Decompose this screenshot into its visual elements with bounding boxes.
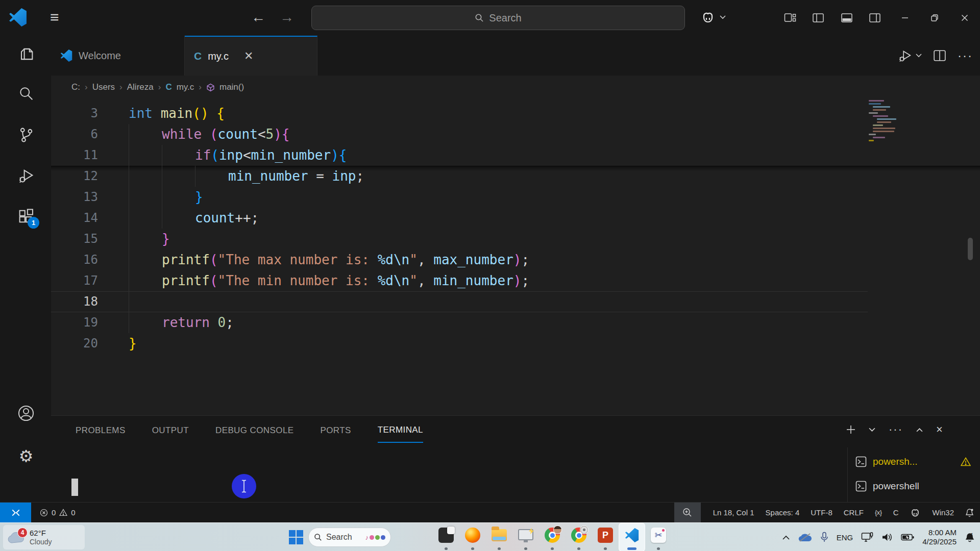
panel-tab-terminal[interactable]: TERMINAL	[378, 417, 423, 443]
code-line-19[interactable]: 19return 0;	[51, 312, 868, 333]
taskbar-app-setup-installer[interactable]	[512, 523, 539, 551]
more-actions-icon[interactable]: ···	[889, 425, 903, 434]
run-debug-icon[interactable]	[17, 166, 35, 185]
zoom-in-icon[interactable]	[674, 503, 701, 522]
menu-icon[interactable]: ≡	[50, 8, 59, 27]
source-control-icon[interactable]	[17, 126, 35, 144]
speaker-icon[interactable]	[881, 532, 893, 542]
taskbar-app-chrome-profile[interactable]	[539, 523, 566, 551]
editor-scrollbar[interactable]	[968, 238, 973, 260]
taskbar-app-snipping-tool[interactable]: ✂	[645, 523, 672, 551]
panel-tab-problems[interactable]: PROBLEMS	[76, 418, 126, 442]
run-or-debug-button[interactable]	[897, 48, 922, 63]
breadcrumb-item[interactable]: Alireza	[127, 82, 154, 92]
remote-indicator[interactable]	[0, 503, 31, 522]
launch-profile-chevron-icon[interactable]	[869, 428, 875, 432]
running-indicator	[445, 547, 448, 550]
copilot-icon[interactable]	[910, 508, 921, 517]
network-display-icon[interactable]	[861, 532, 873, 542]
toggle-primary-sidebar-icon[interactable]	[812, 12, 824, 24]
account-icon[interactable]	[17, 404, 35, 422]
cloud-icon: 4	[7, 531, 26, 544]
settings-gear-icon[interactable]: ⚙	[17, 447, 35, 465]
onedrive-icon[interactable]	[798, 532, 812, 542]
code-line-3[interactable]: 3int main() {	[51, 103, 868, 124]
taskbar-app-chrome-media[interactable]	[566, 523, 592, 551]
bell-icon[interactable]	[965, 508, 974, 517]
microphone-icon[interactable]	[820, 532, 828, 543]
restore-icon[interactable]	[924, 8, 945, 28]
tab-label: Welcome	[79, 50, 121, 62]
cursor-position[interactable]: Ln 18, Col 1	[713, 508, 754, 517]
code-line-12[interactable]: 12min_number = inp;	[51, 166, 868, 187]
encoding[interactable]: UTF-8	[811, 508, 832, 517]
new-terminal-icon[interactable]	[846, 425, 855, 434]
command-center-search[interactable]: Search	[311, 6, 685, 30]
breadcrumb-item[interactable]: my.c	[177, 82, 194, 92]
terminal-list-item[interactable]: powershell	[855, 474, 978, 498]
copilot-button[interactable]	[700, 11, 726, 23]
extensions-icon[interactable]: 1	[17, 207, 35, 226]
battery-icon[interactable]	[901, 533, 914, 541]
weather-widget[interactable]: 4 62°F Cloudy	[3, 525, 85, 549]
panel-tab-output[interactable]: OUTPUT	[152, 418, 189, 442]
taskbar-app-vscode[interactable]	[619, 523, 645, 551]
close-tab-icon[interactable]: ✕	[244, 49, 253, 63]
taskbar-app-powerpoint[interactable]: P	[592, 523, 619, 551]
code-line-11[interactable]: 11if(inp<min_number){	[51, 145, 868, 166]
bell-sleep-icon[interactable]: z	[965, 532, 975, 542]
code-lines[interactable]: 3int main() {6while (count<5){11if(inp<m…	[51, 103, 868, 354]
problems-status[interactable]: 0 0	[40, 503, 76, 522]
code-line-6[interactable]: 6while (count<5){	[51, 124, 868, 145]
os-indicator[interactable]: Win32	[932, 508, 954, 517]
minimap[interactable]	[869, 100, 950, 166]
language-status-icon[interactable]: {x}	[875, 509, 882, 516]
taskbar-app-task-view[interactable]	[433, 523, 459, 551]
breadcrumb-item[interactable]: main()	[219, 82, 244, 92]
input-language[interactable]: ENG	[837, 533, 853, 542]
maximize-panel-icon[interactable]	[916, 428, 923, 432]
line-number: 15	[51, 229, 98, 249]
breadcrumb-item[interactable]: C:	[71, 82, 80, 92]
line-number: 11	[51, 145, 98, 166]
clock[interactable]: 8:00 AM 4/29/2025	[922, 528, 957, 546]
code-line-15[interactable]: 15}	[51, 229, 868, 249]
close-icon[interactable]	[954, 8, 975, 28]
taskbar-search[interactable]: Search ♪	[308, 528, 391, 547]
minimize-icon[interactable]	[895, 8, 915, 28]
taskbar-app-file-explorer[interactable]	[486, 523, 512, 551]
code-line-20[interactable]: 20}	[51, 333, 868, 354]
explorer-icon[interactable]	[17, 45, 35, 63]
indentation[interactable]: Spaces: 4	[766, 508, 800, 517]
close-panel-icon[interactable]: ×	[936, 425, 943, 434]
arrow-left-icon[interactable]: ←	[251, 8, 265, 27]
breadcrumb[interactable]: C:› Users› Alireza› C my.c› main()	[71, 81, 244, 94]
arrow-right-icon[interactable]: →	[280, 8, 294, 27]
language-mode[interactable]: C	[893, 508, 899, 517]
code-line-17[interactable]: 17printf("The min number is: %d\n", min_…	[51, 270, 868, 291]
code-line-13[interactable]: 13}	[51, 187, 868, 208]
code-line-16[interactable]: 16printf("The max number is: %d\n", max_…	[51, 249, 868, 270]
chevron-down-icon	[720, 15, 726, 19]
panel-tab-ports[interactable]: PORTS	[320, 418, 351, 442]
terminal-list-item[interactable]: powersh...	[855, 449, 978, 474]
code-line-14[interactable]: 14count++;	[51, 208, 868, 229]
tab-welcome[interactable]: Welcome	[51, 36, 185, 76]
search-icon[interactable]	[17, 85, 35, 103]
toggle-secondary-sidebar-icon[interactable]	[869, 12, 881, 24]
start-button[interactable]	[289, 530, 303, 544]
breadcrumb-item[interactable]: Users	[92, 82, 115, 92]
panel-tab-debug-console[interactable]: DEBUG CONSOLE	[215, 418, 294, 442]
running-indicator	[627, 547, 636, 550]
split-editor-icon[interactable]	[933, 49, 946, 62]
extensions-badge: 1	[28, 217, 39, 229]
taskbar-app-firefox[interactable]	[459, 523, 486, 551]
eol-sequence[interactable]: CRLF	[844, 508, 864, 517]
tab-my-c[interactable]: C my.c ✕	[185, 36, 317, 76]
toggle-panel-icon[interactable]	[841, 12, 853, 24]
more-actions-icon[interactable]: ···	[958, 48, 973, 63]
customize-layout-icon[interactable]	[784, 12, 796, 24]
chevron-up-icon[interactable]	[782, 535, 790, 540]
search-icon	[314, 533, 322, 541]
code-line-18[interactable]: 18	[51, 291, 868, 312]
